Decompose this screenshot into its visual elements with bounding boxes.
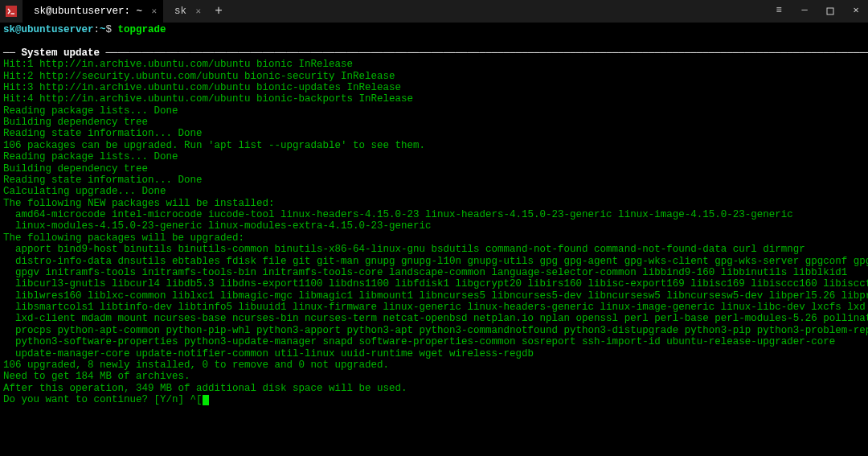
output-line: The following packages will be upgraded:	[3, 232, 244, 244]
output-line: gpgv initramfs-tools initramfs-tools-bin…	[3, 267, 847, 278]
plus-icon: +	[215, 4, 223, 18]
output-line: amd64-microcode intel-microcode iucode-t…	[3, 209, 793, 220]
output-line: Calculating upgrade... Done	[3, 186, 166, 197]
output-line: lxd-client mdadm mount ncurses-base ncur…	[3, 313, 868, 324]
output-line: Reading package lists... Done	[3, 105, 178, 117]
close-button[interactable]: ✕	[849, 6, 863, 17]
output-line: After this operation, 349 MB of addition…	[3, 383, 407, 394]
output-line: Building dependency tree	[3, 163, 148, 175]
svg-rect-0	[6, 6, 17, 17]
output-line: liblwres160 liblxc-common liblxc1 libmag…	[3, 290, 868, 302]
tab-inactive[interactable]: sk ✕	[163, 0, 207, 23]
close-icon[interactable]: ✕	[151, 6, 157, 17]
menu-icon[interactable]: ≡	[772, 6, 786, 17]
section-title: System update	[22, 47, 100, 59]
prompt-dollar: $	[106, 24, 118, 35]
prompt-cmd: topgrade	[118, 24, 166, 35]
output-line: python3-software-properties python3-upda…	[3, 336, 835, 347]
new-tab-button[interactable]: +	[207, 0, 230, 23]
svg-rect-2	[827, 8, 833, 14]
output-line: distro-info-data dnsutils ebtables fdisk…	[3, 256, 868, 267]
output-line: Hit:3 http://in.archive.ubuntu.com/ubunt…	[3, 82, 401, 93]
minimize-button[interactable]: —	[797, 6, 812, 17]
output-line: Building dependency tree	[3, 117, 148, 128]
output-line: Reading package lists... Done	[3, 151, 178, 162]
output-line: 106 upgraded, 8 newly installed, 0 to re…	[3, 359, 389, 371]
titlebar: sk@ubuntuserver: ~ ✕ sk ✕ + ≡ — ✕	[0, 0, 868, 23]
output-line: Reading state information... Done	[3, 128, 203, 139]
maximize-button[interactable]	[823, 7, 837, 15]
output-line: procps python-apt-common python-pip-whl …	[3, 325, 868, 336]
tab-inactive-label: sk	[174, 6, 186, 17]
output-line: Reading state information... Done	[3, 175, 203, 186]
output-line: apport bind9-host binutils binutils-comm…	[3, 244, 805, 255]
output-line: update-manager-core update-notifier-comm…	[3, 348, 534, 359]
output-line: Hit:2 http://security.ubuntu.com/ubuntu …	[3, 71, 395, 82]
tab-active[interactable]: sk@ubuntuserver: ~ ✕	[23, 0, 163, 23]
output-line: libcurl3-gnutls libcurl4 libdb5.3 libdns…	[3, 278, 868, 290]
cursor	[203, 395, 209, 405]
prompt-userhost: sk@ubuntuserver	[3, 24, 94, 35]
section-rule-left: ──	[3, 47, 22, 59]
prompt-question: Do you want to continue? [Y/n] ^[	[3, 394, 203, 405]
prompt-colon: :	[94, 24, 100, 35]
output-line: linux-modules-4.15.0-23-generic linux-mo…	[3, 220, 432, 232]
output-line: libsmartcols1 libtinfo-dev libtinfo5 lib…	[3, 302, 866, 313]
terminal[interactable]: sk@ubuntuserver:~$ topgrade ── System up…	[0, 23, 868, 456]
prompt-path: ~	[100, 24, 106, 35]
output-line: Need to get 184 MB of archives.	[3, 371, 190, 382]
output-line: Hit:1 http://in.archive.ubuntu.com/ubunt…	[3, 59, 353, 70]
tabstrip: sk@ubuntuserver: ~ ✕ sk ✕ +	[23, 0, 868, 23]
output-line: The following NEW packages will be insta…	[3, 198, 275, 209]
app-icon[interactable]	[0, 0, 23, 23]
window-controls: ≡ — ✕	[772, 6, 863, 17]
section-rule-right: ────────────────────────────────────────…	[100, 47, 868, 59]
tab-active-label: sk@ubuntuserver: ~	[34, 6, 142, 17]
output-line: Hit:4 http://in.archive.ubuntu.com/ubunt…	[3, 93, 413, 105]
output-line: 106 packages can be upgraded. Run 'apt l…	[3, 140, 425, 151]
close-icon[interactable]: ✕	[195, 6, 201, 17]
